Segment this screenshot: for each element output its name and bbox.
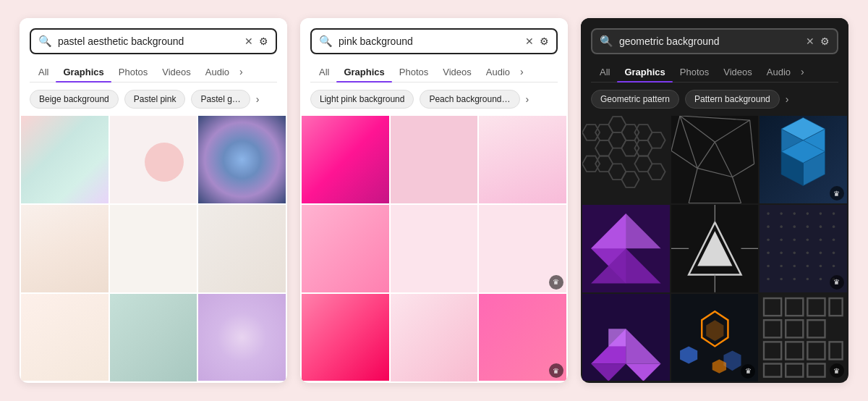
tab-videos-geometric[interactable]: Videos <box>716 62 760 82</box>
tab-audio-pink[interactable]: Audio <box>479 62 517 82</box>
search-bar-pink[interactable]: 🔍 pink background ✕ ⚙ <box>310 28 558 54</box>
grid-item-pink-3[interactable] <box>479 116 566 203</box>
grid-item-geo-9[interactable]: ♛ <box>760 294 847 381</box>
svg-line-20 <box>697 169 732 177</box>
tabs-arrow-pink[interactable]: › <box>517 62 527 82</box>
grid-item-pink-7[interactable] <box>302 294 389 381</box>
tab-photos-pink[interactable]: Photos <box>392 62 435 82</box>
chip-light-pink[interactable]: Light pink background <box>310 90 414 109</box>
chips-geometric: Geometric pattern Pattern background › <box>581 90 848 116</box>
svg-marker-8 <box>634 140 652 156</box>
clear-button-pink[interactable]: ✕ <box>525 35 534 47</box>
tab-graphics-geometric[interactable]: Graphics <box>617 62 672 82</box>
grid-item-geo-7[interactable] <box>582 294 670 381</box>
svg-marker-6 <box>634 125 652 141</box>
grid-item-geo-1[interactable] <box>582 116 670 203</box>
crown-badge-geo-8: ♛ <box>741 364 755 379</box>
tabs-arrow-geometric[interactable]: › <box>798 62 807 82</box>
grid-item-pastel-9[interactable] <box>198 294 286 381</box>
tabs-arrow-pastel[interactable]: › <box>237 62 246 82</box>
svg-marker-4 <box>621 125 639 141</box>
chips-arrow-pink[interactable]: › <box>526 93 529 105</box>
grid-item-geo-4[interactable] <box>582 205 670 292</box>
svg-point-73 <box>820 265 822 268</box>
grid-item-pink-6[interactable]: ♛ <box>479 205 566 292</box>
svg-rect-103 <box>786 363 804 376</box>
tab-videos-pastel[interactable]: Videos <box>155 62 198 82</box>
tab-all-pink[interactable]: All <box>312 62 336 82</box>
clear-button-pastel[interactable]: ✕ <box>244 35 253 47</box>
tab-graphics-pink[interactable]: Graphics <box>336 62 391 82</box>
grid-item-pastel-6[interactable] <box>198 205 286 292</box>
chip-pastel-g[interactable]: Pastel g… <box>191 90 250 109</box>
chips-arrow-pastel[interactable]: › <box>256 93 260 105</box>
filter-icon-pastel[interactable]: ⚙ <box>259 35 268 47</box>
tabs-geometric: All Graphics Photos Videos Audio › <box>591 62 838 83</box>
svg-point-70 <box>780 265 783 268</box>
grid-item-pink-8[interactable] <box>391 294 478 381</box>
chips-arrow-geometric[interactable]: › <box>786 93 789 105</box>
grid-geometric: ♛ <box>581 116 848 382</box>
grid-item-pastel-1[interactable] <box>21 116 109 203</box>
svg-rect-99 <box>786 342 804 359</box>
svg-marker-34 <box>781 152 803 186</box>
tab-all-pastel[interactable]: All <box>31 62 56 82</box>
chip-pattern-background[interactable]: Pattern background <box>685 90 780 109</box>
grid-item-pink-4[interactable] <box>302 205 389 292</box>
grid-item-pink-2[interactable] <box>391 116 478 203</box>
svg-marker-38 <box>591 248 661 283</box>
chip-peach[interactable]: Peach background… <box>420 90 519 109</box>
grid-item-pastel-3[interactable] <box>198 116 286 203</box>
crown-badge-pink-6: ♛ <box>549 275 563 290</box>
grid-item-pink-5[interactable] <box>391 205 478 292</box>
grid-item-pastel-5[interactable] <box>110 205 197 292</box>
svg-marker-33 <box>804 152 825 186</box>
crown-badge-geo-9: ♛ <box>830 363 844 378</box>
svg-point-69 <box>767 265 770 268</box>
grid-item-pastel-4[interactable] <box>21 205 109 292</box>
tab-photos-pastel[interactable]: Photos <box>111 62 155 82</box>
grid-item-geo-5[interactable] <box>671 205 759 292</box>
search-bar-geometric[interactable]: 🔍 geometric background ✕ ⚙ <box>591 28 838 54</box>
svg-point-78 <box>807 278 809 281</box>
clear-button-geometric[interactable]: ✕ <box>806 35 814 47</box>
tab-graphics-pastel[interactable]: Graphics <box>56 62 111 82</box>
svg-rect-98 <box>764 342 781 359</box>
tab-all-geometric[interactable]: All <box>592 62 617 82</box>
svg-point-51 <box>767 226 770 229</box>
grid-item-geo-3[interactable]: ♛ <box>760 116 847 203</box>
filter-icon-pink[interactable]: ⚙ <box>540 35 549 47</box>
search-bar-pastel[interactable]: 🔍 pastel aesthetic background ✕ ⚙ <box>30 28 277 54</box>
svg-rect-102 <box>764 363 781 376</box>
grid-item-geo-8[interactable]: ♛ <box>671 294 759 381</box>
svg-rect-104 <box>808 363 825 376</box>
grid-item-pink-1[interactable] <box>302 116 389 203</box>
svg-point-77 <box>793 278 796 281</box>
svg-point-55 <box>820 226 822 229</box>
tab-videos-pink[interactable]: Videos <box>435 62 479 82</box>
grid-item-geo-2[interactable] <box>671 116 759 203</box>
svg-point-46 <box>780 212 783 215</box>
chip-pastel-pink[interactable]: Pastel pink <box>124 90 186 109</box>
grid-item-pastel-8[interactable] <box>110 294 197 381</box>
svg-point-47 <box>793 212 796 215</box>
grid-item-pastel-7[interactable] <box>21 294 109 381</box>
svg-point-63 <box>767 252 770 255</box>
tab-photos-geometric[interactable]: Photos <box>673 62 716 82</box>
svg-point-60 <box>807 239 809 242</box>
tab-audio-geometric[interactable]: Audio <box>760 62 798 82</box>
tab-audio-pastel[interactable]: Audio <box>198 62 237 82</box>
svg-marker-82 <box>626 329 660 363</box>
svg-point-58 <box>780 239 783 242</box>
grid-item-pastel-2[interactable] <box>110 116 197 203</box>
grid-item-pink-9[interactable]: ♛ <box>479 294 566 381</box>
svg-point-50 <box>833 212 835 215</box>
chip-geometric-pattern[interactable]: Geometric pattern <box>591 90 679 109</box>
svg-line-22 <box>680 116 697 168</box>
grid-item-geo-6[interactable]: ♛ <box>760 205 847 292</box>
svg-marker-37 <box>591 214 661 248</box>
svg-point-76 <box>780 278 783 281</box>
chip-beige-pastel[interactable]: Beige background <box>30 90 119 109</box>
filter-icon-geometric[interactable]: ⚙ <box>820 35 830 47</box>
svg-line-21 <box>697 143 715 169</box>
